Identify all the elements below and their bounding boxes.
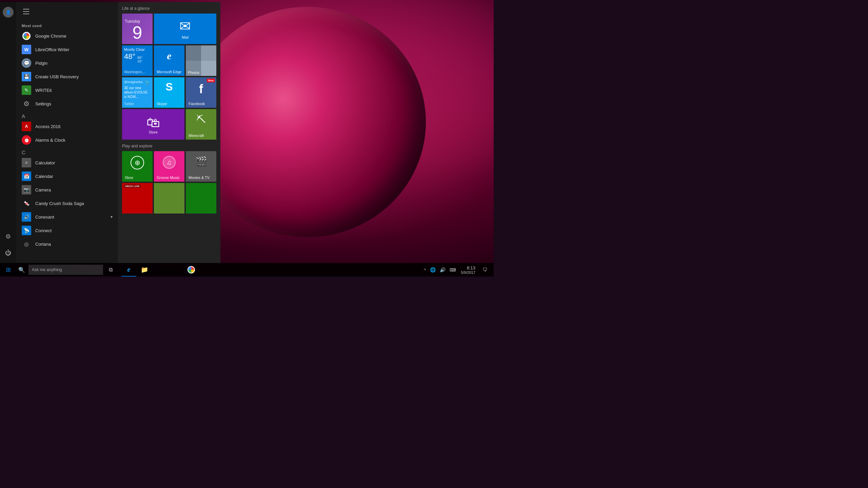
xbox-live-tile-3[interactable] [186, 183, 216, 214]
taskbar-snipping-app[interactable]: ✂ [168, 263, 183, 277]
taskbar-chrome-app[interactable] [184, 263, 199, 277]
edge-tile[interactable]: e Microsoft Edge [154, 45, 184, 76]
groove-tile[interactable]: ♫ Groove Music [154, 151, 184, 182]
wallpaper-flower [189, 7, 426, 237]
skype-icon: S [164, 82, 174, 92]
taskbar-center: e 📁 🛍 ✂ ✉ ⚙ [120, 263, 231, 277]
xbox-live-tile-2[interactable] [154, 183, 184, 214]
hamburger-button[interactable] [22, 6, 33, 17]
clock-area[interactable]: 8:13 5/9/2017 [458, 265, 478, 274]
app-item-settings[interactable]: ⚙ Settings [16, 97, 118, 110]
settings-side-icon: ⚙ [5, 233, 11, 240]
user-icon: 👤 [5, 9, 11, 15]
movies-label: Movies & TV [189, 176, 210, 180]
start-icon: ⊞ [6, 266, 11, 273]
app-item-candy-crush[interactable]: 🍬 Candy Crush Soda Saga [16, 197, 118, 210]
calendar-date: 9 [133, 24, 142, 41]
photos-cell-1 [186, 45, 201, 61]
edge-label: Microsoft Edge [157, 70, 181, 74]
chrome-label: Google Chrome [35, 34, 66, 39]
app-item-camera[interactable]: 📷 Camera [16, 183, 118, 197]
app-item-connect[interactable]: 📡 Connect [16, 224, 118, 237]
most-used-label: Most used [16, 21, 118, 29]
writer-icon: W [22, 45, 31, 54]
settings-side-button[interactable]: ⚙ [1, 229, 16, 244]
pidgin-icon: 💬 [22, 58, 31, 68]
taskbar-mail-app[interactable]: ✉ [199, 263, 214, 277]
connect-icon: 📡 [22, 226, 31, 235]
keyboard-icon[interactable]: ⌨ [448, 267, 457, 272]
photos-tile[interactable]: Photos [186, 45, 216, 76]
search-icon: 🔍 [18, 267, 25, 273]
app-item-create-usb-recovery[interactable]: 💾 Create USB Recovery [16, 70, 118, 83]
xbox-tile[interactable]: ⊕ Xbox [122, 151, 153, 182]
taskbar-explorer-app[interactable]: 📁 [137, 263, 152, 277]
speaker-icon[interactable]: 🔊 [438, 267, 447, 272]
app-item-alarms-clock[interactable]: ⏰ Alarms & Clock [16, 133, 118, 147]
app-item-cortana[interactable]: ◎ Cortana [16, 237, 118, 251]
taskbar: ⊞ 🔍 Ask me anything ⧉ e 📁 🛍 ✂ [0, 263, 494, 277]
taskbar-left: ⊞ 🔍 Ask me anything ⧉ [0, 263, 119, 277]
taskbar-settings-app[interactable]: ⚙ [215, 263, 230, 277]
minecraft-label: Minecraft [189, 134, 204, 138]
xbox-live-tile-1[interactable]: XBOX LIVE [122, 183, 153, 214]
app-item-access-2016[interactable]: A Access 2016 [16, 120, 118, 133]
mail-tile[interactable]: ✉ Mail [154, 14, 216, 44]
candy-crush-label: Candy Crush Soda Saga [35, 201, 84, 206]
usb-recovery-label: Create USB Recovery [35, 74, 79, 79]
weather-temp-high: 66° [137, 56, 142, 60]
weather-tile[interactable]: Mostly Clear 48° 66° 48° Washington,... [122, 45, 153, 76]
writer-label: LibreOffice Writer [35, 47, 70, 52]
minecraft-tile[interactable]: ⛏ Minecraft [186, 109, 216, 140]
calculator-icon: = [22, 158, 31, 167]
hamburger-line-2 [23, 11, 29, 12]
twitter-tile[interactable]: @Imaginedra... 🐦 3E our new album EVOLVE… [122, 77, 153, 108]
chrome-logo [22, 32, 31, 40]
calendar-label: Calendar [35, 174, 53, 179]
network-icon[interactable]: 🌐 [429, 267, 437, 272]
writEit-label: WRITEit [35, 88, 52, 93]
store-label: Store [149, 130, 158, 134]
access-icon: A [22, 122, 31, 131]
xbox-live-badge: XBOX LIVE [124, 184, 141, 188]
app-item-pidgin[interactable]: 💬 Pidgin [16, 56, 118, 70]
task-view-button[interactable]: ⧉ [104, 263, 117, 277]
groove-icon: ♫ [163, 156, 176, 169]
taskbar-store-app[interactable]: 🛍 [153, 263, 167, 277]
twitter-handle: @Imaginedra... [124, 80, 143, 84]
settings-label: Settings [35, 101, 51, 106]
weather-location: Washington,... [124, 70, 146, 74]
skype-tile[interactable]: S Skype [154, 77, 184, 108]
app-item-libreoffice-writer[interactable]: W LibreOffice Writer [16, 43, 118, 56]
power-side-button[interactable]: ⏻ [1, 245, 16, 260]
chrome-icon [22, 31, 31, 41]
calendar-tile[interactable]: Tuesday 9 [122, 14, 153, 44]
taskbar-edge-app[interactable]: e [121, 263, 136, 277]
cortana-button[interactable]: 🔍 [16, 263, 28, 277]
notification-button[interactable]: 🗨 [479, 263, 491, 277]
left-panel: Most used Google Chrome W LibreOffice Wr… [16, 2, 118, 263]
app-item-calendar[interactable]: 📅 Calendar [16, 169, 118, 183]
hamburger-area [16, 2, 118, 21]
app-item-calculator[interactable]: = Calculator [16, 156, 118, 169]
search-bar[interactable]: Ask me anything [28, 265, 103, 275]
app-item-google-chrome[interactable]: Google Chrome [16, 29, 118, 43]
facebook-icon: f [199, 82, 203, 96]
twitter-icon: 🐦 [145, 79, 151, 85]
edge-taskbar-icon: e [127, 266, 131, 273]
facebook-label: Facebook [189, 102, 205, 106]
tray-expand-icon[interactable]: ^ [422, 267, 427, 272]
user-avatar-button[interactable]: 👤 [1, 5, 16, 20]
movies-tile[interactable]: 🎬 Movies & TV [186, 151, 216, 182]
app-item-writEit[interactable]: ✎ WRITEit [16, 83, 118, 97]
start-button[interactable]: ⊞ [1, 263, 15, 277]
notification-icon: 🗨 [482, 267, 487, 272]
store-tile[interactable]: 🛍 Store [122, 109, 184, 140]
app-list: Google Chrome W LibreOffice Writer 💬 Pid… [16, 29, 118, 263]
facebook-tile[interactable]: New f Facebook [186, 77, 216, 108]
search-placeholder: Ask me anything [32, 267, 62, 272]
calendar-icon: 📅 [22, 171, 31, 181]
cortana-icon: ◎ [22, 239, 31, 249]
twitter-label: Twitter [124, 102, 134, 106]
app-item-conexant[interactable]: 🔊 Conexant ▾ [16, 210, 118, 224]
